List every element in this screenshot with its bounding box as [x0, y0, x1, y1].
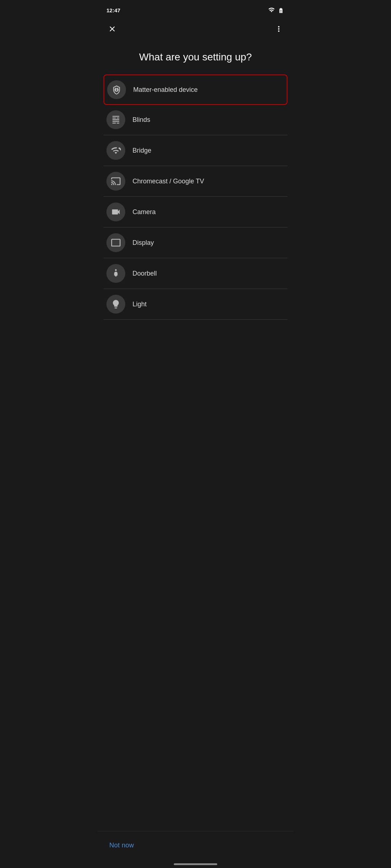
bridge-label: Bridge	[133, 147, 151, 154]
doorbell-icon-circle	[106, 264, 125, 283]
doorbell-icon	[111, 268, 121, 278]
wifi-icon	[268, 7, 275, 13]
display-icon	[111, 238, 121, 248]
display-label: Display	[133, 239, 154, 247]
camera-icon-circle	[106, 203, 125, 221]
light-icon	[111, 299, 121, 309]
camera-label: Camera	[133, 208, 156, 216]
list-item-doorbell[interactable]: Doorbell	[104, 258, 287, 289]
top-bar	[98, 18, 293, 40]
bridge-icon-circle	[106, 141, 125, 160]
list-item-display[interactable]: Display	[104, 227, 287, 258]
list-item-bridge[interactable]: Bridge	[104, 135, 287, 166]
blinds-icon	[111, 115, 121, 125]
chromecast-icon-circle	[106, 172, 125, 191]
light-label: Light	[133, 301, 147, 308]
bridge-icon	[111, 145, 121, 156]
list-item-blinds[interactable]: Blinds	[104, 105, 287, 135]
light-icon-circle	[106, 295, 125, 314]
doorbell-label: Doorbell	[133, 270, 157, 277]
device-list: Matter-enabled device Blinds Bridge Chro…	[98, 75, 293, 320]
blinds-label: Blinds	[133, 116, 150, 124]
chromecast-label: Chromecast / Google TV	[133, 178, 204, 185]
battery-icon	[277, 7, 285, 13]
status-time: 12:47	[106, 7, 120, 13]
chromecast-icon	[111, 176, 121, 186]
list-item-camera[interactable]: Camera	[104, 197, 287, 227]
matter-icon-circle	[107, 80, 126, 99]
list-item-chromecast[interactable]: Chromecast / Google TV	[104, 166, 287, 197]
close-icon	[108, 25, 117, 33]
camera-icon	[111, 207, 121, 217]
display-icon-circle	[106, 233, 125, 252]
close-button[interactable]	[104, 20, 121, 38]
more-options-button[interactable]	[270, 20, 287, 38]
more-vert-icon	[274, 25, 283, 33]
page-title: What are you setting up?	[98, 40, 293, 75]
status-bar: 12:47	[98, 0, 293, 18]
status-icons	[268, 7, 285, 13]
list-item-matter-enabled-device[interactable]: Matter-enabled device	[104, 75, 287, 105]
matter-enabled-device-label: Matter-enabled device	[133, 86, 198, 94]
matter-icon	[112, 85, 122, 95]
list-item-light[interactable]: Light	[104, 289, 287, 320]
blinds-icon-circle	[106, 110, 125, 129]
